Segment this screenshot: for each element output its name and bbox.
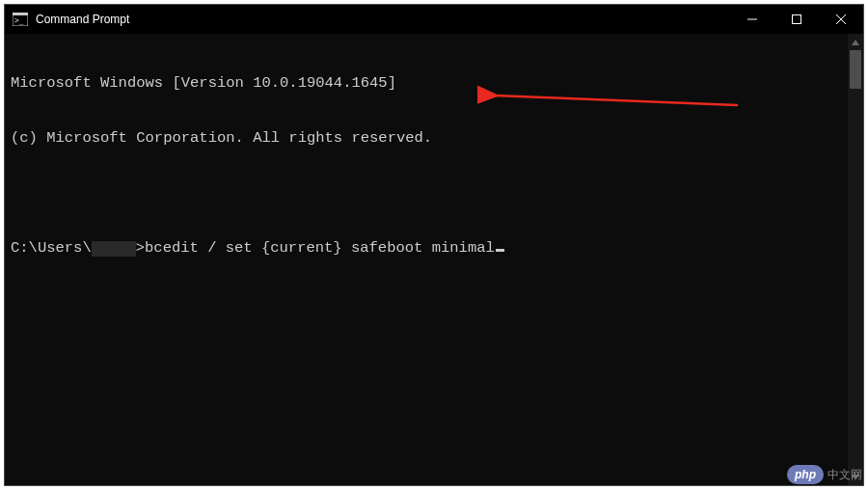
cmd-icon: >_ (13, 13, 28, 26)
command-prompt-window: >_ Command Prompt Microsoft Windows [Ver… (4, 4, 864, 486)
scroll-thumb[interactable] (850, 50, 861, 89)
svg-rect-4 (793, 15, 801, 24)
window-title: Command Prompt (36, 13, 129, 26)
svg-line-8 (495, 95, 738, 105)
redacted-username (92, 241, 136, 257)
titlebar-left: >_ Command Prompt (5, 13, 129, 26)
watermark: php 中文网 (787, 465, 862, 484)
close-button[interactable] (819, 5, 863, 34)
window-controls (730, 5, 863, 34)
banner-line-2: (c) Microsoft Corporation. All rights re… (11, 129, 842, 148)
terminal-content[interactable]: Microsoft Windows [Version 10.0.19044.16… (5, 34, 848, 485)
titlebar[interactable]: >_ Command Prompt (5, 5, 863, 34)
svg-rect-1 (13, 13, 28, 15)
prompt-suffix: > (136, 239, 145, 258)
php-badge: php (787, 465, 824, 484)
cursor (496, 249, 504, 252)
typed-command: bcedit / set {current} safeboot minimal (145, 239, 495, 258)
maximize-button[interactable] (774, 5, 819, 34)
prompt-line: C:\Users\>bcedit / set {current} safeboo… (11, 239, 842, 258)
minimize-button[interactable] (730, 5, 774, 34)
blank-line (11, 184, 842, 203)
vertical-scrollbar[interactable] (848, 34, 863, 485)
scroll-up-arrow-icon[interactable] (848, 34, 863, 50)
prompt-prefix: C:\Users\ (11, 239, 92, 258)
banner-line-1: Microsoft Windows [Version 10.0.19044.16… (11, 74, 842, 93)
terminal-area: Microsoft Windows [Version 10.0.19044.16… (5, 34, 863, 485)
svg-text:>_: >_ (14, 16, 24, 25)
svg-marker-9 (852, 40, 859, 45)
watermark-text: 中文网 (827, 467, 862, 483)
